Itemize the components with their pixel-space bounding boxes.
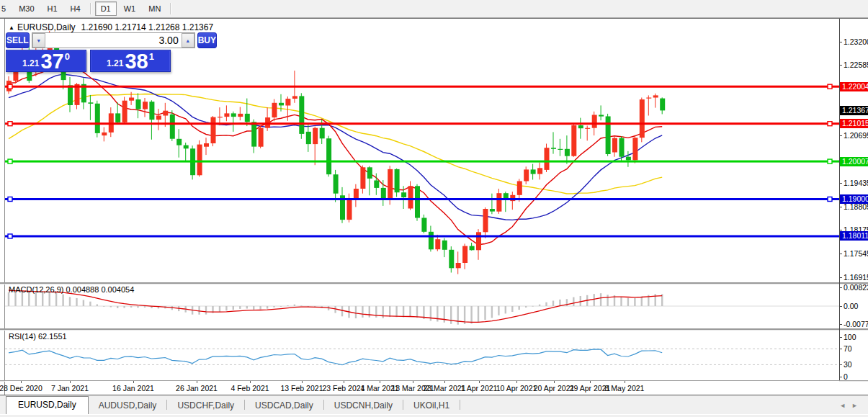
- candle-body: [156, 116, 161, 120]
- horizontal-line-1.19[interactable]: [5, 197, 839, 202]
- candle-body: [115, 113, 120, 122]
- candle-body: [606, 117, 611, 155]
- sell-price-tile[interactable]: 1.21 37 0: [6, 50, 86, 72]
- candle-body: [551, 148, 556, 149]
- price-badge-1.18011: 1.18011: [840, 231, 868, 241]
- candle-body: [524, 169, 529, 181]
- candle-body: [143, 102, 148, 109]
- period-button-m30[interactable]: M30: [13, 1, 40, 16]
- period-button-h4[interactable]: H4: [65, 1, 86, 16]
- date-axis-tick: [344, 381, 344, 383]
- candle-body: [626, 157, 631, 161]
- tab-usdcnh-daily[interactable]: USDCNH,Daily: [324, 398, 403, 414]
- candle-body: [619, 138, 625, 157]
- period-button-w1[interactable]: W1: [118, 1, 142, 16]
- buy-button[interactable]: BUY: [197, 32, 217, 48]
- candle-body: [95, 104, 100, 133]
- candle-body: [88, 102, 93, 104]
- date-axis-label: 8 May 2021: [605, 384, 645, 393]
- candle-body: [197, 145, 202, 176]
- candle-body: [592, 115, 597, 128]
- candle-body: [320, 128, 325, 139]
- volume-input[interactable]: [45, 33, 182, 48]
- date-axis-label: 13 Feb 2021: [281, 384, 323, 393]
- date-axis-label: 23 Mar 2021: [424, 384, 466, 393]
- candle-body: [435, 239, 440, 249]
- candle-body: [299, 96, 304, 134]
- tab-audusd-daily[interactable]: AUDUSD,Daily: [89, 398, 167, 414]
- period-button-mn[interactable]: MN: [143, 1, 166, 16]
- candle-body: [388, 169, 393, 199]
- line-handle[interactable]: [8, 122, 12, 126]
- line-handle[interactable]: [8, 159, 12, 163]
- candle-body: [612, 138, 617, 153]
- candle-body: [238, 114, 243, 117]
- candle-body: [259, 128, 264, 147]
- candle-body: [640, 99, 645, 138]
- rsi-axis-label: 0: [844, 372, 848, 381]
- line-handle[interactable]: [828, 159, 832, 163]
- volume-decrease-button[interactable]: ▼: [32, 33, 45, 48]
- horizontal-line-1.20007[interactable]: [5, 159, 839, 163]
- volume-increase-button[interactable]: ▲: [182, 33, 194, 48]
- volume-spinner: ▼ ▲: [32, 32, 195, 48]
- sell-button[interactable]: SELL: [6, 32, 30, 48]
- date-axis-tick: [70, 381, 71, 383]
- candle-wick: [240, 107, 241, 121]
- tab-usdcad-daily[interactable]: USDCAD,Daily: [245, 398, 323, 414]
- date-axis-label: 23 Feb 2021: [323, 384, 365, 393]
- candle-wick: [403, 186, 404, 209]
- price-axis-label: 1.22585: [844, 60, 868, 69]
- price-badge-1.20007: 1.20007: [840, 157, 868, 166]
- candle-body: [170, 115, 175, 139]
- candle-body: [354, 189, 359, 199]
- candle-body: [149, 102, 154, 120]
- candle-body: [646, 98, 651, 99]
- tab-scroll-right-icon[interactable]: ►: [851, 402, 864, 409]
- date-axis-tick: [479, 381, 480, 383]
- price-axis-label: 1.19435: [844, 179, 868, 187]
- candle-body: [306, 132, 311, 144]
- candle-body: [347, 199, 352, 220]
- toolbar-separator: [90, 3, 91, 14]
- tab-eurusd-daily[interactable]: EURUSD,Daily: [6, 396, 89, 414]
- line-handle[interactable]: [828, 197, 832, 202]
- candle-body: [102, 133, 107, 135]
- candle-body: [571, 125, 576, 156]
- date-axis-label: 26 Jan 2021: [176, 384, 218, 393]
- period-button-h1[interactable]: H1: [42, 1, 63, 16]
- price-badge-1.21367: 1.21367: [840, 106, 868, 115]
- date-axis-label: 1 Apr 2021: [461, 384, 498, 393]
- period-button-d1[interactable]: D1: [95, 1, 117, 16]
- line-handle[interactable]: [828, 122, 832, 126]
- buy-price-tile[interactable]: 1.21 38 1: [90, 50, 171, 72]
- chart-title: ▲EURUSD,Daily1.21690 1.21714 1.21268 1.2…: [9, 22, 213, 32]
- date-axis-label: 28 Dec 2020: [0, 384, 42, 393]
- rsi-indicator-canvas[interactable]: [5, 330, 839, 380]
- tab-usdchf-daily[interactable]: USDCHF,Daily: [167, 398, 244, 414]
- candle-body: [401, 192, 406, 197]
- candle-body: [129, 98, 134, 101]
- candle-wick: [246, 99, 247, 127]
- horizontal-line-1.18011[interactable]: [5, 234, 839, 238]
- rsi-label: RSI(14) 62.1551: [9, 332, 67, 341]
- candle-body: [224, 113, 229, 117]
- candle-body: [415, 186, 420, 218]
- line-handle[interactable]: [828, 84, 832, 89]
- candle-body: [483, 209, 488, 232]
- candle-wick: [560, 139, 560, 156]
- collapse-arrow-icon[interactable]: ▲: [9, 24, 14, 31]
- tab-ukoil-h1[interactable]: UKOil,H1: [403, 398, 460, 414]
- candle-body: [565, 149, 570, 156]
- horizontal-line-1.21015[interactable]: [5, 122, 839, 126]
- candle-wick: [281, 94, 282, 112]
- date-axis-label: 20 Apr 2021: [534, 384, 575, 393]
- tab-scroll-left-icon[interactable]: ◄: [839, 402, 851, 409]
- line-handle[interactable]: [8, 84, 12, 89]
- period-button-m5[interactable]: 5: [0, 1, 12, 16]
- line-handle[interactable]: [8, 234, 12, 238]
- line-handle[interactable]: [8, 197, 12, 202]
- candle-body: [245, 114, 250, 122]
- candle-wick: [587, 126, 588, 141]
- candle-body: [496, 193, 501, 212]
